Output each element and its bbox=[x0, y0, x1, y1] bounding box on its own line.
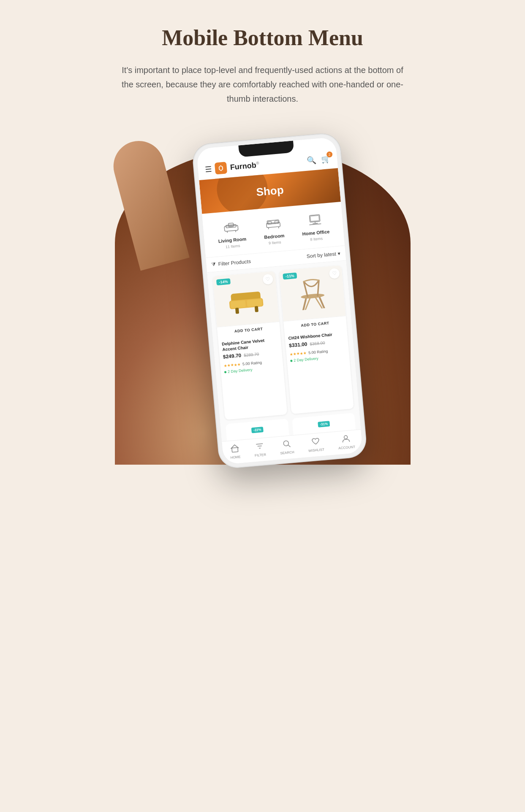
filter-icon: ⧩ bbox=[211, 261, 216, 268]
svg-rect-20 bbox=[230, 300, 245, 309]
discount-badge-1: -14% bbox=[216, 279, 230, 286]
home-nav-icon bbox=[230, 444, 239, 455]
category-bedroom[interactable]: Bedroom 9 Items bbox=[261, 214, 285, 246]
nav-search[interactable]: SEARCH bbox=[279, 439, 294, 455]
price-current-2: $331.00 bbox=[288, 341, 307, 349]
product-info-2: CH24 Wishbone Chair $331.00 $368.00 ★★★★… bbox=[284, 327, 349, 366]
product-image-2: -11% ♡ bbox=[279, 265, 345, 321]
delivery-text-2: 2 Day Delivery bbox=[293, 356, 318, 363]
delivery-text-1: 2 Day Delivery bbox=[227, 368, 252, 374]
product-card-2[interactable]: -11% ♡ bbox=[279, 265, 354, 414]
svg-line-16 bbox=[313, 223, 318, 224]
wishlist-nav-icon bbox=[311, 437, 320, 448]
svg-line-32 bbox=[256, 444, 263, 444]
home-office-icon bbox=[303, 210, 326, 229]
nav-filter[interactable]: FILTER bbox=[253, 441, 266, 457]
category-living-room[interactable]: Living Room 11 Items bbox=[216, 217, 247, 250]
category-name-office: Home Office bbox=[302, 229, 330, 237]
product-image-svg-1 bbox=[226, 283, 266, 316]
delivery-dot-2 bbox=[290, 360, 292, 362]
filter-products-btn[interactable]: ⧩ Filter Products bbox=[211, 258, 251, 268]
category-count-bedroom: 9 Items bbox=[268, 240, 281, 246]
rating-text-1: 5.00 Rating bbox=[242, 360, 262, 366]
living-room-icon bbox=[220, 217, 242, 237]
price-original-1: $289.70 bbox=[243, 352, 259, 357]
svg-rect-21 bbox=[247, 299, 262, 307]
filter-nav-label: FILTER bbox=[254, 453, 266, 457]
header-right: 🔍 🛒 2 bbox=[306, 154, 331, 165]
cart-badge: 2 bbox=[326, 151, 332, 157]
stars-1: ★★★★★ bbox=[223, 362, 241, 368]
price-current-1: $249.70 bbox=[223, 352, 241, 360]
svg-line-17 bbox=[309, 224, 321, 225]
wishlist-nav-label: WISHLIST bbox=[308, 448, 324, 453]
wishlist-btn-1[interactable]: ♡ bbox=[262, 274, 273, 285]
menu-icon[interactable]: ☰ bbox=[204, 164, 212, 174]
partial-badge-1: -22% bbox=[251, 427, 264, 433]
svg-line-33 bbox=[257, 446, 261, 447]
category-count-living: 11 Items bbox=[225, 244, 240, 249]
filter-nav-icon bbox=[255, 441, 264, 453]
wishlist-btn-2[interactable]: ♡ bbox=[329, 268, 340, 279]
search-nav-label: SEARCH bbox=[280, 450, 294, 455]
product-image-1: -14% ♡ bbox=[212, 271, 279, 327]
phone-screen: ☰ Furnob® 🔍 bbox=[196, 137, 362, 465]
product-image-svg-2 bbox=[294, 276, 330, 311]
page-title: Mobile Bottom Menu bbox=[162, 25, 363, 50]
svg-rect-31 bbox=[231, 447, 238, 452]
svg-rect-23 bbox=[254, 306, 258, 312]
header-left: ☰ Furnob® bbox=[204, 159, 259, 176]
phone-scene: ☰ Furnob® 🔍 bbox=[115, 140, 411, 465]
category-name-living: Living Room bbox=[218, 236, 246, 244]
phone-device: ☰ Furnob® 🔍 bbox=[191, 133, 367, 469]
bedroom-icon bbox=[261, 214, 284, 233]
svg-rect-14 bbox=[310, 216, 319, 222]
sort-dropdown[interactable]: Sort by latest ▾ bbox=[306, 251, 340, 260]
nav-wishlist[interactable]: WISHLIST bbox=[307, 436, 324, 453]
brand-name: Furnob® bbox=[229, 160, 259, 172]
app-content: ☰ Furnob® 🔍 bbox=[196, 137, 362, 465]
svg-point-35 bbox=[283, 441, 288, 446]
search-nav-icon bbox=[282, 439, 291, 451]
svg-rect-22 bbox=[235, 308, 239, 314]
delivery-dot-1 bbox=[224, 371, 226, 373]
banner-text: Shop bbox=[256, 183, 284, 199]
product-card-1[interactable]: -14% ♡ bbox=[212, 271, 287, 420]
category-count-office: 8 Items bbox=[310, 236, 323, 242]
search-icon[interactable]: 🔍 bbox=[306, 155, 316, 165]
category-name-bedroom: Bedroom bbox=[264, 233, 284, 240]
account-nav-icon bbox=[341, 434, 351, 445]
rating-text-2: 5.00 Rating bbox=[308, 349, 328, 355]
partial-badge-2: -31% bbox=[317, 421, 330, 427]
product-info-1: Delphine Cane Velvet Accent Chair $249.7… bbox=[218, 333, 283, 377]
filter-label: Filter Products bbox=[218, 258, 251, 267]
chevron-down-icon: ▾ bbox=[337, 251, 340, 257]
sort-label: Sort by latest bbox=[306, 251, 336, 259]
price-original-2: $368.00 bbox=[309, 340, 325, 346]
category-home-office[interactable]: Home Office 8 Items bbox=[300, 210, 330, 242]
stars-2: ★★★★★ bbox=[289, 351, 307, 356]
home-nav-label: HOME bbox=[230, 455, 241, 460]
nav-home[interactable]: HOME bbox=[229, 444, 240, 460]
nav-account[interactable]: ACCOUNT bbox=[337, 433, 355, 450]
svg-point-37 bbox=[344, 436, 348, 439]
discount-badge-2: -11% bbox=[283, 273, 297, 280]
svg-line-36 bbox=[288, 445, 290, 447]
brand-logo-icon bbox=[214, 162, 227, 174]
cart-icon[interactable]: 🛒 2 bbox=[321, 154, 331, 164]
account-nav-label: ACCOUNT bbox=[338, 445, 355, 450]
page-description: It's important to place top-level and fr… bbox=[119, 63, 406, 106]
products-grid: -14% ♡ bbox=[207, 260, 359, 424]
